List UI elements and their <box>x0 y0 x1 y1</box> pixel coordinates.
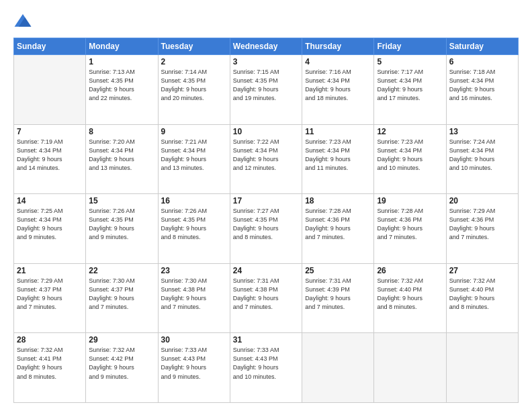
day-number: 6 <box>449 57 515 66</box>
calendar-cell: 12Sunrise: 7:23 AM Sunset: 4:34 PM Dayli… <box>374 124 446 194</box>
day-info: Sunrise: 7:33 AM Sunset: 4:43 PM Dayligh… <box>161 346 227 381</box>
calendar-cell: 15Sunrise: 7:26 AM Sunset: 4:35 PM Dayli… <box>86 194 158 264</box>
day-info: Sunrise: 7:22 AM Sunset: 4:34 PM Dayligh… <box>233 138 299 173</box>
calendar-cell: 19Sunrise: 7:28 AM Sunset: 4:36 PM Dayli… <box>374 194 446 264</box>
day-info: Sunrise: 7:32 AM Sunset: 4:41 PM Dayligh… <box>17 346 83 381</box>
day-info: Sunrise: 7:20 AM Sunset: 4:34 PM Dayligh… <box>89 138 154 173</box>
day-number: 9 <box>161 127 227 136</box>
calendar-cell: 30Sunrise: 7:33 AM Sunset: 4:43 PM Dayli… <box>158 333 230 403</box>
day-info: Sunrise: 7:32 AM Sunset: 4:42 PM Dayligh… <box>89 346 154 381</box>
day-number: 25 <box>305 266 371 275</box>
day-number: 21 <box>17 266 83 275</box>
calendar-cell: 24Sunrise: 7:31 AM Sunset: 4:38 PM Dayli… <box>230 263 302 333</box>
day-number: 8 <box>89 127 154 136</box>
calendar-cell: 28Sunrise: 7:32 AM Sunset: 4:41 PM Dayli… <box>14 333 86 403</box>
day-info: Sunrise: 7:33 AM Sunset: 4:43 PM Dayligh… <box>233 346 299 381</box>
page: SundayMondayTuesdayWednesdayThursdayFrid… <box>0 0 532 411</box>
day-info: Sunrise: 7:28 AM Sunset: 4:36 PM Dayligh… <box>305 207 371 242</box>
weekday-header-monday: Monday <box>86 38 158 55</box>
weekday-header-saturday: Saturday <box>446 38 518 55</box>
day-info: Sunrise: 7:16 AM Sunset: 4:34 PM Dayligh… <box>305 68 371 103</box>
weekday-header-wednesday: Wednesday <box>230 38 302 55</box>
calendar-cell: 8Sunrise: 7:20 AM Sunset: 4:34 PM Daylig… <box>86 124 158 194</box>
day-number: 10 <box>233 127 299 136</box>
day-number: 23 <box>161 266 227 275</box>
calendar-cell: 2Sunrise: 7:14 AM Sunset: 4:35 PM Daylig… <box>158 55 230 125</box>
day-info: Sunrise: 7:32 AM Sunset: 4:40 PM Dayligh… <box>449 277 515 312</box>
weekday-header-friday: Friday <box>374 38 446 55</box>
week-row-2: 7Sunrise: 7:19 AM Sunset: 4:34 PM Daylig… <box>14 124 519 194</box>
day-info: Sunrise: 7:32 AM Sunset: 4:40 PM Dayligh… <box>377 277 443 312</box>
day-number: 1 <box>89 57 154 66</box>
day-number: 11 <box>305 127 371 136</box>
weekday-header-sunday: Sunday <box>14 38 86 55</box>
day-number: 26 <box>377 266 443 275</box>
day-number: 29 <box>89 335 154 345</box>
calendar-cell: 31Sunrise: 7:33 AM Sunset: 4:43 PM Dayli… <box>230 333 302 403</box>
week-row-4: 21Sunrise: 7:29 AM Sunset: 4:37 PM Dayli… <box>14 263 519 333</box>
day-info: Sunrise: 7:27 AM Sunset: 4:35 PM Dayligh… <box>233 207 299 242</box>
day-info: Sunrise: 7:13 AM Sunset: 4:35 PM Dayligh… <box>89 68 154 103</box>
day-info: Sunrise: 7:25 AM Sunset: 4:34 PM Dayligh… <box>17 207 83 242</box>
logo-icon <box>13 12 32 31</box>
day-number: 16 <box>161 196 227 205</box>
calendar-cell <box>446 333 518 403</box>
day-info: Sunrise: 7:18 AM Sunset: 4:34 PM Dayligh… <box>449 68 515 103</box>
day-number: 13 <box>449 127 515 136</box>
day-info: Sunrise: 7:15 AM Sunset: 4:35 PM Dayligh… <box>233 68 299 103</box>
calendar-cell: 17Sunrise: 7:27 AM Sunset: 4:35 PM Dayli… <box>230 194 302 264</box>
calendar-cell: 11Sunrise: 7:23 AM Sunset: 4:34 PM Dayli… <box>302 124 374 194</box>
calendar-cell <box>374 333 446 403</box>
day-info: Sunrise: 7:21 AM Sunset: 4:34 PM Dayligh… <box>161 138 227 173</box>
day-info: Sunrise: 7:26 AM Sunset: 4:35 PM Dayligh… <box>89 207 154 242</box>
day-info: Sunrise: 7:14 AM Sunset: 4:35 PM Dayligh… <box>161 68 227 103</box>
day-number: 31 <box>233 335 299 345</box>
day-number: 12 <box>377 127 443 136</box>
calendar-cell: 9Sunrise: 7:21 AM Sunset: 4:34 PM Daylig… <box>158 124 230 194</box>
calendar-cell: 6Sunrise: 7:18 AM Sunset: 4:34 PM Daylig… <box>446 55 518 125</box>
day-number: 28 <box>17 335 83 345</box>
calendar-cell <box>302 333 374 403</box>
calendar-table: SundayMondayTuesdayWednesdayThursdayFrid… <box>13 38 519 403</box>
day-number: 19 <box>377 196 443 205</box>
day-info: Sunrise: 7:19 AM Sunset: 4:34 PM Dayligh… <box>17 138 83 173</box>
week-row-1: 1Sunrise: 7:13 AM Sunset: 4:35 PM Daylig… <box>14 55 519 125</box>
calendar-cell: 25Sunrise: 7:31 AM Sunset: 4:39 PM Dayli… <box>302 263 374 333</box>
calendar-cell: 23Sunrise: 7:30 AM Sunset: 4:38 PM Dayli… <box>158 263 230 333</box>
calendar-cell: 29Sunrise: 7:32 AM Sunset: 4:42 PM Dayli… <box>86 333 158 403</box>
day-info: Sunrise: 7:29 AM Sunset: 4:37 PM Dayligh… <box>17 277 83 312</box>
day-info: Sunrise: 7:17 AM Sunset: 4:34 PM Dayligh… <box>377 68 443 103</box>
day-number: 3 <box>233 57 299 66</box>
calendar-cell <box>14 55 86 125</box>
day-number: 4 <box>305 57 371 66</box>
calendar-cell: 5Sunrise: 7:17 AM Sunset: 4:34 PM Daylig… <box>374 55 446 125</box>
weekday-header-row: SundayMondayTuesdayWednesdayThursdayFrid… <box>14 38 519 55</box>
calendar-cell: 10Sunrise: 7:22 AM Sunset: 4:34 PM Dayli… <box>230 124 302 194</box>
day-number: 2 <box>161 57 227 66</box>
calendar-cell: 21Sunrise: 7:29 AM Sunset: 4:37 PM Dayli… <box>14 263 86 333</box>
calendar-cell: 18Sunrise: 7:28 AM Sunset: 4:36 PM Dayli… <box>302 194 374 264</box>
day-number: 20 <box>449 196 515 205</box>
calendar-cell: 22Sunrise: 7:30 AM Sunset: 4:37 PM Dayli… <box>86 263 158 333</box>
weekday-header-tuesday: Tuesday <box>158 38 230 55</box>
day-number: 30 <box>161 335 227 345</box>
day-number: 22 <box>89 266 154 275</box>
day-info: Sunrise: 7:31 AM Sunset: 4:38 PM Dayligh… <box>233 277 299 312</box>
day-number: 5 <box>377 57 443 66</box>
calendar-cell: 20Sunrise: 7:29 AM Sunset: 4:36 PM Dayli… <box>446 194 518 264</box>
calendar-cell: 1Sunrise: 7:13 AM Sunset: 4:35 PM Daylig… <box>86 55 158 125</box>
calendar-cell: 14Sunrise: 7:25 AM Sunset: 4:34 PM Dayli… <box>14 194 86 264</box>
day-info: Sunrise: 7:28 AM Sunset: 4:36 PM Dayligh… <box>377 207 443 242</box>
day-number: 7 <box>17 127 83 136</box>
calendar-cell: 27Sunrise: 7:32 AM Sunset: 4:40 PM Dayli… <box>446 263 518 333</box>
week-row-3: 14Sunrise: 7:25 AM Sunset: 4:34 PM Dayli… <box>14 194 519 264</box>
calendar-cell: 26Sunrise: 7:32 AM Sunset: 4:40 PM Dayli… <box>374 263 446 333</box>
header <box>13 12 519 31</box>
day-number: 17 <box>233 196 299 205</box>
calendar-cell: 4Sunrise: 7:16 AM Sunset: 4:34 PM Daylig… <box>302 55 374 125</box>
day-info: Sunrise: 7:23 AM Sunset: 4:34 PM Dayligh… <box>377 138 443 173</box>
day-info: Sunrise: 7:30 AM Sunset: 4:37 PM Dayligh… <box>89 277 154 312</box>
day-info: Sunrise: 7:31 AM Sunset: 4:39 PM Dayligh… <box>305 277 371 312</box>
calendar-cell: 7Sunrise: 7:19 AM Sunset: 4:34 PM Daylig… <box>14 124 86 194</box>
day-number: 14 <box>17 196 83 205</box>
